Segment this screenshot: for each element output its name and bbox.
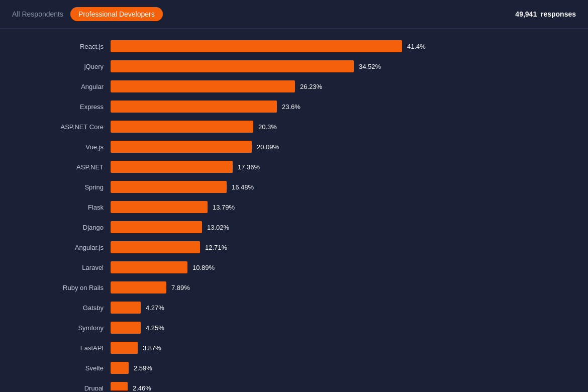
bar-row: Flask13.79% <box>0 200 568 215</box>
response-count-label: responses <box>541 10 576 18</box>
bar-fill <box>111 362 129 374</box>
bar-value-label: 13.02% <box>207 224 229 231</box>
bar-label: Angular.js <box>0 244 111 251</box>
bar-fill <box>111 322 141 334</box>
bar-wrapper: 41.4% <box>111 40 568 52</box>
bar-wrapper: 16.48% <box>111 181 568 193</box>
bar-label: Symfony <box>0 324 111 332</box>
bar-row: Ruby on Rails7.89% <box>0 280 568 295</box>
bar-wrapper: 20.3% <box>111 121 568 133</box>
bar-wrapper: 26.23% <box>111 80 568 92</box>
bar-label: Drupal <box>0 384 111 391</box>
bar-label: ASP.NET <box>0 163 111 171</box>
bar-value-label: 20.3% <box>258 123 277 131</box>
bar-fill <box>111 302 141 314</box>
bar-wrapper: 17.36% <box>111 161 568 173</box>
bar-value-label: 34.52% <box>359 63 381 70</box>
bar-row: FastAPI3.87% <box>0 340 568 355</box>
bar-wrapper: 3.87% <box>111 342 568 354</box>
bar-wrapper: 34.52% <box>111 60 568 72</box>
bar-fill <box>111 80 295 92</box>
bar-wrapper: 4.25% <box>111 322 568 334</box>
bar-row: Laravel10.89% <box>0 260 568 275</box>
bar-fill <box>111 281 166 293</box>
bar-value-label: 17.36% <box>238 163 260 171</box>
bar-label: Django <box>0 224 111 231</box>
bar-wrapper: 20.09% <box>111 141 568 153</box>
bar-fill <box>111 161 233 173</box>
bar-label: Express <box>0 103 111 111</box>
bar-wrapper: 4.27% <box>111 302 568 314</box>
bar-wrapper: 23.6% <box>111 101 568 113</box>
bar-fill <box>111 101 277 113</box>
bar-row: Spring16.48% <box>0 179 568 194</box>
bar-fill <box>111 60 354 72</box>
header-left: All Respondents Professional Developers <box>12 7 163 21</box>
bar-fill <box>111 261 187 273</box>
bar-value-label: 7.89% <box>171 284 190 291</box>
bar-row: Vue.js20.09% <box>0 139 568 154</box>
bar-fill <box>111 40 402 52</box>
bar-label: FastAPI <box>0 344 111 352</box>
bar-row: Svelte2.59% <box>0 360 568 375</box>
bar-fill <box>111 201 208 213</box>
bar-value-label: 23.6% <box>282 103 301 111</box>
bar-label: Laravel <box>0 264 111 271</box>
bar-label: Angular <box>0 83 111 90</box>
bar-row: Symfony4.25% <box>0 320 568 335</box>
bar-label: jQuery <box>0 63 111 70</box>
bar-label: Flask <box>0 204 111 211</box>
bar-row: Django13.02% <box>0 220 568 235</box>
chart-container: React.js41.4%jQuery34.52%Angular26.23%Ex… <box>0 29 588 390</box>
bar-value-label: 10.89% <box>192 264 215 271</box>
response-count: 49,941 responses <box>515 10 576 18</box>
bar-wrapper: 13.79% <box>111 201 568 213</box>
professional-developers-filter-button[interactable]: Professional Developers <box>70 7 163 21</box>
bar-value-label: 2.46% <box>133 384 151 391</box>
bar-row: jQuery34.52% <box>0 59 568 74</box>
bar-label: ASP.NET Core <box>0 123 111 131</box>
bar-wrapper: 13.02% <box>111 221 568 233</box>
bar-wrapper: 10.89% <box>111 261 568 273</box>
bar-label: Spring <box>0 183 111 191</box>
bar-fill <box>111 241 200 253</box>
bar-wrapper: 2.59% <box>111 362 568 374</box>
bar-value-label: 2.59% <box>134 364 152 372</box>
bar-value-label: 12.71% <box>205 244 227 251</box>
bar-row: Drupal2.46% <box>0 380 568 390</box>
bar-row: ASP.NET Core20.3% <box>0 119 568 134</box>
all-respondents-label: All Respondents <box>12 10 63 18</box>
bar-row: Gatsby4.27% <box>0 300 568 315</box>
bar-fill <box>111 342 138 354</box>
bar-value-label: 20.09% <box>257 143 279 151</box>
bar-value-label: 16.48% <box>232 183 254 191</box>
response-count-number: 49,941 <box>515 10 537 18</box>
bar-fill <box>111 382 128 390</box>
bar-value-label: 13.79% <box>213 204 235 211</box>
bar-label: Svelte <box>0 364 111 372</box>
bar-label: Ruby on Rails <box>0 284 111 291</box>
bar-fill <box>111 221 202 233</box>
header: All Respondents Professional Developers … <box>0 0 588 29</box>
bar-value-label: 41.4% <box>407 43 426 50</box>
bar-wrapper: 2.46% <box>111 382 568 390</box>
bar-fill <box>111 181 227 193</box>
bar-fill <box>111 141 252 153</box>
bar-value-label: 4.27% <box>146 304 164 312</box>
bar-row: Express23.6% <box>0 99 568 114</box>
bar-row: React.js41.4% <box>0 39 568 54</box>
bar-wrapper: 12.71% <box>111 241 568 253</box>
bar-row: ASP.NET17.36% <box>0 159 568 174</box>
bar-value-label: 4.25% <box>146 324 164 332</box>
bar-label: Gatsby <box>0 304 111 312</box>
bar-fill <box>111 121 253 133</box>
bar-wrapper: 7.89% <box>111 281 568 293</box>
bar-label: React.js <box>0 43 111 50</box>
bar-row: Angular26.23% <box>0 79 568 94</box>
bar-value-label: 26.23% <box>300 83 322 90</box>
bar-value-label: 3.87% <box>143 344 161 352</box>
bar-row: Angular.js12.71% <box>0 240 568 255</box>
bar-label: Vue.js <box>0 143 111 151</box>
